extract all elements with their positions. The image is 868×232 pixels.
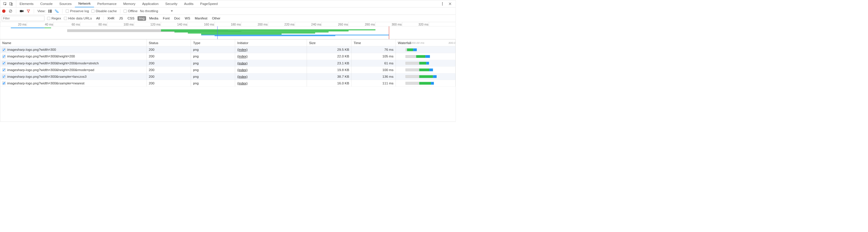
ruler-tick: 120 ms	[150, 23, 161, 26]
request-status: 200	[149, 75, 154, 79]
preserve-log-checkbox[interactable]: Preserve log	[66, 9, 89, 13]
col-name[interactable]: Name	[0, 39, 147, 46]
request-name: imagesharp-logo.png?width=300&height=200…	[7, 61, 99, 65]
svg-rect-11	[50, 9, 52, 10]
inspect-element-icon[interactable]	[3, 2, 7, 6]
request-time: 76 ms	[384, 48, 393, 52]
col-status[interactable]: Status	[147, 39, 191, 46]
ruler-tick: 140 ms	[177, 23, 188, 26]
request-status: 200	[149, 81, 154, 85]
initiator-link[interactable]: (index)	[237, 48, 247, 52]
filter-type-doc[interactable]: Doc	[173, 16, 182, 21]
table-row[interactable]: imagesharp-logo.png?width=300&rsampler=n…	[0, 80, 456, 87]
view-waterfall-icon[interactable]	[55, 9, 59, 13]
filter-icon[interactable]	[26, 9, 31, 13]
regex-label: Regex	[52, 16, 61, 20]
tab-pagespeed[interactable]: PageSpeed	[197, 0, 221, 7]
tab-memory[interactable]: Memory	[120, 0, 139, 7]
ruler-tick: 240 ms	[311, 23, 322, 26]
view-list-icon[interactable]	[48, 9, 52, 13]
ruler-tick: 320 ms	[418, 23, 429, 26]
domcontent-marker	[217, 26, 217, 39]
waterfall-bar	[416, 55, 426, 58]
request-time: 111 ms	[382, 81, 394, 85]
view-label: View:	[37, 9, 45, 13]
filter-type-css[interactable]: CSS	[126, 16, 136, 21]
tab-performance[interactable]: Performance	[94, 0, 120, 7]
table-row[interactable]: imagesharp-logo.png?width=300&height=200…	[0, 67, 456, 73]
filter-type-all[interactable]: All	[94, 16, 101, 21]
initiator-link[interactable]: (index)	[237, 68, 247, 72]
timeline-ruler[interactable]: 20 ms40 ms60 ms80 ms100 ms120 ms140 ms16…	[0, 22, 456, 26]
timeline-overview[interactable]	[0, 26, 456, 39]
waterfall-tick: 200.00 ms	[411, 41, 425, 45]
waterfall-bar	[405, 82, 419, 84]
svg-point-3	[442, 2, 443, 3]
svg-rect-1	[9, 3, 12, 5]
svg-point-5	[442, 5, 443, 5]
initiator-link[interactable]: (index)	[237, 54, 247, 59]
camera-icon[interactable]	[20, 9, 24, 13]
image-file-icon	[2, 62, 6, 65]
waterfall-cell	[396, 60, 456, 67]
regex-checkbox[interactable]: Regex	[47, 16, 61, 20]
load-marker	[389, 26, 389, 39]
filter-type-ws[interactable]: WS	[183, 16, 192, 21]
network-toolbar: View: Preserve log Disable cache Offline…	[0, 7, 456, 15]
waterfall-bar	[419, 82, 431, 84]
filter-type-media[interactable]: Media	[148, 16, 160, 21]
hide-data-urls-checkbox[interactable]: Hide data URLs	[64, 16, 92, 20]
clear-icon[interactable]	[8, 9, 13, 13]
waterfall-tick: 300.00 m	[448, 41, 456, 45]
table-row[interactable]: imagesharp-logo.png?width=300&rsampler=l…	[0, 73, 456, 80]
filter-type-other[interactable]: Other	[211, 16, 222, 21]
tab-security[interactable]: Security	[162, 0, 181, 7]
tab-application[interactable]: Application	[139, 0, 162, 7]
svg-rect-12	[50, 11, 52, 11]
request-type: png	[193, 75, 198, 79]
col-size[interactable]: Size	[307, 39, 351, 46]
request-time: 61 ms	[384, 61, 393, 65]
waterfall-cell	[396, 53, 456, 60]
tab-network[interactable]: Network	[75, 0, 94, 7]
throttling-select[interactable]: No throttling	[140, 9, 158, 13]
initiator-link[interactable]: (index)	[237, 81, 247, 85]
waterfall-bar	[413, 48, 417, 51]
close-icon[interactable]	[448, 2, 452, 6]
filter-type-manifest[interactable]: Manifest	[193, 16, 209, 21]
image-file-icon	[2, 81, 6, 85]
record-icon[interactable]	[2, 9, 6, 13]
initiator-link[interactable]: (index)	[237, 61, 247, 65]
initiator-link[interactable]: (index)	[237, 75, 247, 79]
kebab-menu-icon[interactable]	[440, 2, 445, 6]
table-row[interactable]: imagesharp-logo.png?width=300 200 png (i…	[0, 46, 456, 53]
col-initiator[interactable]: Initiator	[235, 39, 307, 46]
svg-rect-10	[48, 12, 49, 12]
offline-checkbox[interactable]: Offline	[124, 9, 137, 13]
col-waterfall[interactable]: Waterfall 200.00 ms300.00 m	[396, 39, 456, 46]
filter-input[interactable]	[2, 16, 44, 21]
tab-console[interactable]: Console	[37, 0, 56, 7]
filter-type-xhr[interactable]: XHR	[106, 16, 116, 21]
filter-type-font[interactable]: Font	[161, 16, 171, 21]
overview-segment	[44, 28, 51, 28]
filter-type-img[interactable]: Img	[137, 16, 146, 21]
ruler-tick: 300 ms	[392, 23, 402, 26]
chevron-down-icon[interactable]	[170, 9, 174, 13]
request-name: imagesharp-logo.png?width=300&rsampler=l…	[7, 75, 87, 79]
filter-type-js[interactable]: JS	[118, 16, 124, 21]
hide-data-urls-label: Hide data URLs	[68, 16, 92, 20]
col-type[interactable]: Type	[191, 39, 235, 46]
tab-elements[interactable]: Elements	[16, 0, 37, 7]
tab-audits[interactable]: Audits	[181, 0, 197, 7]
device-toolbar-icon[interactable]	[9, 2, 13, 6]
table-row[interactable]: imagesharp-logo.png?width=300&height=200…	[0, 60, 456, 67]
ruler-tick: 60 ms	[71, 23, 81, 26]
filter-bar: Regex Hide data URLs AllXHRJSCSSImgMedia…	[0, 15, 456, 22]
tab-sources[interactable]: Sources	[56, 0, 75, 7]
table-row[interactable]: imagesharp-logo.png?width=300&height=200…	[0, 53, 456, 60]
col-time[interactable]: Time	[351, 39, 396, 46]
ruler-tick: 20 ms	[18, 23, 27, 26]
svg-rect-16	[57, 12, 59, 12]
disable-cache-checkbox[interactable]: Disable cache	[91, 9, 117, 13]
